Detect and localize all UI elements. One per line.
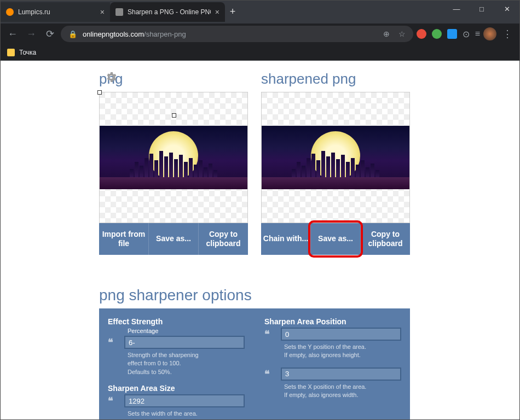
maximize-button[interactable]: □ <box>469 1 494 18</box>
avatar[interactable] <box>483 27 496 40</box>
bookmark-item[interactable]: Точка <box>19 49 36 56</box>
copy-button[interactable]: Copy to clipboard <box>361 223 410 255</box>
quote-icon: ❝ <box>108 336 119 348</box>
strength-label: Effect Strength <box>108 317 245 326</box>
resize-handle[interactable] <box>172 113 176 118</box>
quote-icon: ❝ <box>108 395 119 407</box>
close-button[interactable]: ✕ <box>494 1 519 18</box>
tab-lumpics[interactable]: Lumpics.ru × <box>1 2 110 22</box>
minimize-button[interactable]: — <box>444 1 469 18</box>
output-image <box>262 126 409 189</box>
menu-button[interactable]: ⋮ <box>500 26 515 42</box>
output-image-box[interactable] <box>261 92 410 223</box>
close-icon[interactable]: × <box>100 8 105 16</box>
tab-sharpen[interactable]: Sharpen a PNG - Online PNG Too × <box>110 2 225 22</box>
new-tab-button[interactable]: + <box>225 2 240 21</box>
options-title: png sharpener options <box>99 287 410 304</box>
back-button[interactable]: ← <box>5 26 20 42</box>
import-button[interactable]: Import from file <box>99 223 149 255</box>
quote-icon: ❝ <box>264 368 275 380</box>
gear-icon[interactable] <box>105 71 118 84</box>
url-domain: onlinepngtools.com <box>83 30 144 38</box>
url-path: /sharpen-png <box>144 30 186 38</box>
page-content: png Import from file Save as... <box>1 61 519 419</box>
size-label: Sharpen Area Size <box>108 384 245 393</box>
input-title: png <box>99 71 248 88</box>
ext-icon-2[interactable] <box>432 29 442 39</box>
favicon-tools <box>115 8 123 16</box>
chain-button[interactable]: Chain with... <box>261 223 311 255</box>
quote-icon: ❝ <box>264 328 275 340</box>
copy-button[interactable]: Copy to clipboard <box>199 223 248 255</box>
tab-title: Lumpics.ru <box>18 8 96 16</box>
ext-icon-3[interactable] <box>447 29 457 39</box>
save-as-button[interactable]: Save as... <box>149 223 199 255</box>
x-position-input[interactable] <box>281 368 401 381</box>
y-position-input[interactable] <box>281 328 401 341</box>
input-image-box[interactable] <box>99 92 248 223</box>
translate-icon[interactable]: ⊕ <box>383 30 390 38</box>
resize-handle[interactable] <box>97 90 102 95</box>
close-icon[interactable]: × <box>215 8 219 16</box>
bookmark-folder-icon <box>7 49 15 56</box>
titlebar: Lumpics.ru × Sharpen a PNG - Online PNG … <box>1 1 519 24</box>
bookmarks-bar: Точка <box>1 44 519 61</box>
tabs: Lumpics.ru × Sharpen a PNG - Online PNG … <box>1 1 240 20</box>
save-as-button[interactable]: Save as... <box>311 223 361 255</box>
extensions: ⊙ ≡ <box>417 29 480 39</box>
strength-input[interactable] <box>124 336 245 349</box>
forward-button: → <box>24 26 39 42</box>
ext-icon-5[interactable]: ≡ <box>475 29 480 39</box>
star-icon[interactable]: ☆ <box>398 30 406 38</box>
url-field[interactable]: 🔒 onlinepngtools.com/sharpen-png ⊕ ☆ <box>61 26 413 42</box>
tab-title: Sharpen a PNG - Online PNG Too <box>128 8 211 16</box>
window-controls: — □ ✕ <box>444 1 519 18</box>
input-panel: png Import from file Save as... <box>99 71 248 255</box>
position-label: Sharpen Area Position <box>264 317 401 326</box>
favicon-lumpics <box>6 8 14 16</box>
width-input[interactable] <box>124 394 245 407</box>
lock-icon: 🔒 <box>68 30 77 38</box>
strength-sublabel: Percentage <box>128 328 245 334</box>
reload-button[interactable]: ⟳ <box>42 26 57 42</box>
ext-icon-4[interactable]: ⊙ <box>463 29 470 39</box>
output-title: sharpened png <box>261 71 410 88</box>
output-panel: sharpened png Chain with... Save as... C… <box>261 71 410 255</box>
input-image <box>100 126 247 189</box>
address-bar: ← → ⟳ 🔒 onlinepngtools.com/sharpen-png ⊕… <box>1 24 519 44</box>
ext-icon-1[interactable] <box>417 29 426 39</box>
options-panel: Effect Strength Percentage ❝ Strength of… <box>99 308 410 419</box>
